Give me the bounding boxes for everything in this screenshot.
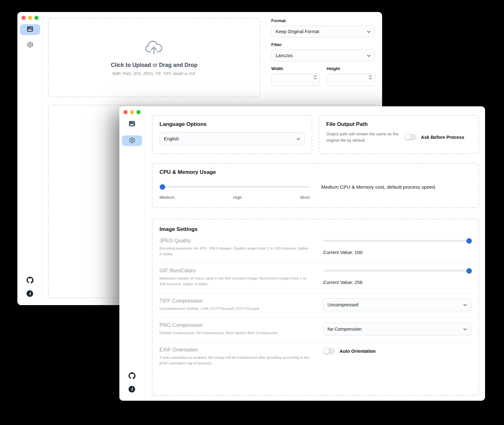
- image-icon: [129, 121, 135, 128]
- window-controls: [123, 110, 141, 114]
- jpeg-quality-current-value: Current Value: 100: [323, 250, 471, 255]
- gif-numcolors-slider[interactable]: [323, 270, 471, 272]
- cpu-memory-status: Medium CPU & Memory cost, default proces…: [321, 183, 436, 200]
- exif-orientation-row: EXIF Orientation If auto orientation is …: [159, 342, 471, 372]
- chevron-down-icon: [463, 327, 467, 332]
- gif-numcolors-description: Maximum number of colors used in the GIF…: [159, 276, 310, 287]
- chevron-down-icon: [297, 136, 300, 141]
- sidebar-item-images[interactable]: [122, 119, 142, 130]
- gear-icon: [129, 137, 135, 145]
- sidebar-item-settings[interactable]: [20, 40, 40, 50]
- file-output-path-title: File Output Path: [326, 121, 471, 127]
- height-input[interactable]: [327, 74, 375, 86]
- auto-orientation-toggle[interactable]: [323, 348, 335, 354]
- gear-icon: [27, 41, 33, 49]
- image-settings-panel: Image Settings JPEG Quality Encoding par…: [152, 219, 479, 396]
- zoom-button[interactable]: [136, 110, 141, 114]
- language-options-title: Language Options: [159, 121, 305, 127]
- ask-before-process-label: Ask Before Process: [421, 135, 464, 140]
- jpeg-quality-slider[interactable]: [323, 240, 471, 242]
- sidebar-item-settings[interactable]: [122, 135, 142, 146]
- chevron-down-icon: [367, 29, 371, 34]
- jpeg-quality-description: Encoding parameter for JPG, JPEG images.…: [159, 246, 310, 257]
- format-select[interactable]: Keep Original Format: [271, 26, 375, 38]
- window-controls: [21, 16, 39, 20]
- height-label: Height: [327, 66, 375, 71]
- close-button[interactable]: [123, 110, 128, 114]
- cpu-memory-title: CPU & Memory Usage: [159, 169, 471, 175]
- tick-medium: Medium: [159, 195, 175, 200]
- gif-numcolors-current-value: Current Value: 256: [323, 280, 471, 285]
- image-settings-title: Image Settings: [159, 226, 471, 233]
- language-select[interactable]: English: [159, 132, 305, 145]
- width-label: Width: [271, 66, 320, 71]
- ask-before-process-toggle[interactable]: [405, 134, 417, 140]
- minimize-button[interactable]: [28, 16, 32, 20]
- gif-numcolors-row: GIF NumColors Maximum number of colors u…: [159, 263, 471, 293]
- cpu-memory-panel: CPU & Memory Usage Medium High Most Medi…: [152, 163, 479, 208]
- gif-numcolors-title: GIF NumColors: [159, 268, 319, 274]
- png-compression-row: PNG Compression Default Compression, No …: [159, 318, 471, 342]
- upload-dropzone[interactable]: Click to Upload or Drag and Drop BMP, PN…: [48, 18, 260, 97]
- exif-orientation-description: If auto orientation is enabled, the imag…: [159, 355, 317, 366]
- github-icon[interactable]: [129, 372, 135, 381]
- info-icon[interactable]: i: [129, 386, 135, 393]
- jpeg-quality-row: JPEG Quality Encoding parameter for JPG,…: [159, 233, 471, 263]
- exif-orientation-title: EXIF Orientation: [159, 347, 319, 353]
- png-compression-description: Default Compression, No Compression, Bes…: [159, 330, 310, 336]
- format-label: Format: [271, 18, 375, 23]
- image-icon: [27, 26, 33, 33]
- auto-orientation-label: Auto Orientation: [339, 349, 375, 354]
- sidebar-item-images[interactable]: [20, 24, 40, 35]
- conversion-form: Format Keep Original Format Filter Lancz…: [271, 18, 375, 86]
- tiff-compression-description: Uncompressed, Deflate, LZW, CCITTGroup3,…: [159, 306, 310, 312]
- slider-thumb[interactable]: [466, 268, 472, 274]
- output-path-description: Output path will remain the same as the …: [326, 131, 399, 143]
- file-output-path-panel: File Output Path Output path will remain…: [319, 115, 479, 154]
- filter-label: Filter: [271, 42, 375, 47]
- language-options-panel: Language Options English: [152, 115, 312, 154]
- supported-formats: BMP, PNG, JPG, JPEG, TIF, TIFF, WebP or …: [112, 72, 196, 76]
- slider-thumb[interactable]: [160, 184, 165, 190]
- tick-high: High: [233, 195, 242, 200]
- dropzone-title: Click to Upload or Drag and Drop: [111, 62, 197, 68]
- github-icon[interactable]: [27, 277, 33, 285]
- chevron-down-icon: [367, 53, 371, 58]
- close-button[interactable]: [21, 16, 26, 20]
- desktop: i Click to Upload or Drag and Drop BMP, …: [0, 0, 504, 425]
- png-compression-select[interactable]: No Compression: [323, 323, 471, 335]
- png-compression-title: PNG Compression: [159, 322, 319, 328]
- tick-most: Most: [300, 195, 309, 200]
- slider-thumb[interactable]: [466, 238, 472, 244]
- info-icon[interactable]: i: [27, 290, 33, 297]
- tiff-compression-select[interactable]: Uncompressed: [323, 298, 471, 311]
- chevron-down-icon: [463, 302, 467, 307]
- zoom-button[interactable]: [34, 16, 39, 20]
- upload-cloud-icon: [145, 39, 164, 57]
- settings-window: i Language Options English File Output P…: [119, 106, 485, 401]
- jpeg-quality-title: JPEG Quality: [159, 238, 319, 244]
- sidebar: i: [17, 12, 43, 305]
- width-input[interactable]: [271, 74, 320, 86]
- cpu-memory-slider[interactable]: Medium High Most: [159, 183, 309, 200]
- filter-select[interactable]: Lanczos: [271, 50, 375, 62]
- minimize-button[interactable]: [130, 110, 134, 114]
- tiff-compression-row: TIFF Compression Uncompressed, Deflate, …: [159, 293, 471, 318]
- sidebar: i: [119, 106, 145, 401]
- stepper-up-down-icon[interactable]: [369, 75, 372, 80]
- stepper-up-down-icon[interactable]: [314, 75, 317, 80]
- tiff-compression-title: TIFF Compression: [159, 298, 319, 304]
